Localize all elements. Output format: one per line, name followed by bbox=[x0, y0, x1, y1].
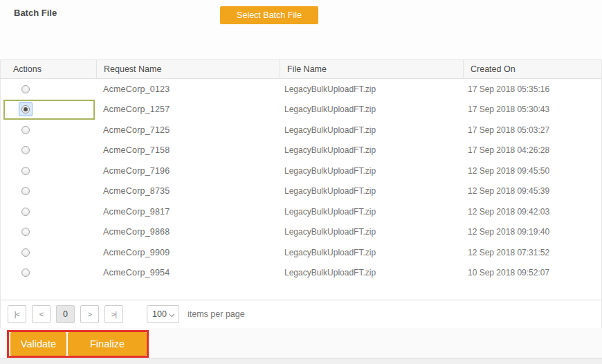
actions-cell bbox=[1, 120, 96, 140]
radio-area bbox=[1, 201, 96, 222]
next-page-button[interactable]: > bbox=[80, 305, 99, 323]
radio-button[interactable] bbox=[21, 228, 30, 236]
created-on-cell: 12 Sep 2018 09:45:50 bbox=[463, 161, 601, 181]
radio-area bbox=[1, 242, 96, 263]
table-row: AcmeCorp_9909LegacyBulkUploadFT.zip12 Se… bbox=[1, 242, 601, 263]
radio-area bbox=[1, 181, 96, 202]
created-on-cell: 12 Sep 2018 09:42:03 bbox=[463, 201, 601, 222]
radio-area bbox=[1, 263, 96, 284]
items-per-page-value: 100 bbox=[147, 309, 167, 319]
batch-file-page: Batch File Select Batch File Actions Req… bbox=[0, 0, 602, 364]
first-page-button[interactable]: |< bbox=[8, 305, 26, 323]
column-header-request-name: Request Name bbox=[96, 60, 280, 78]
finalize-button[interactable]: Finalize bbox=[68, 332, 147, 356]
column-header-actions: Actions bbox=[1, 60, 96, 78]
file-name-cell: LegacyBulkUploadFT.zip bbox=[280, 120, 463, 140]
next-page-icon: > bbox=[88, 310, 91, 318]
batch-file-label: Batch File bbox=[14, 8, 57, 18]
table-row: AcmeCorp_9954LegacyBulkUploadFT.zip10 Se… bbox=[1, 263, 601, 284]
request-name-cell: AcmeCorp_8735 bbox=[96, 181, 280, 202]
radio-button[interactable] bbox=[21, 248, 30, 257]
radio-area bbox=[1, 222, 96, 243]
file-name-cell: LegacyBulkUploadFT.zip bbox=[280, 140, 463, 161]
created-on-cell: 10 Sep 2018 09:52:07 bbox=[463, 263, 601, 284]
radio-button[interactable] bbox=[21, 146, 30, 154]
first-page-icon: |< bbox=[15, 310, 19, 318]
table-row: AcmeCorp_8735LegacyBulkUploadFT.zip12 Se… bbox=[1, 181, 601, 202]
table-row: AcmeCorp_0123LegacyBulkUploadFT.zip17 Se… bbox=[1, 79, 601, 100]
file-name-cell: LegacyBulkUploadFT.zip bbox=[280, 242, 463, 263]
last-page-button[interactable]: >| bbox=[104, 305, 123, 323]
table-row: AcmeCorp_9868LegacyBulkUploadFT.zip12 Se… bbox=[1, 222, 601, 243]
prev-page-icon: < bbox=[39, 310, 43, 318]
radio-button-selected[interactable] bbox=[21, 105, 30, 113]
request-name-cell: AcmeCorp_9909 bbox=[96, 242, 280, 263]
created-on-cell: 12 Sep 2018 09:45:39 bbox=[463, 181, 601, 202]
radio-button[interactable] bbox=[21, 167, 30, 175]
last-page-icon: >| bbox=[111, 310, 116, 318]
top-section: Batch File Select Batch File bbox=[0, 0, 602, 60]
column-header-created-on: Created On bbox=[463, 60, 601, 78]
grid-body: AcmeCorp_0123LegacyBulkUploadFT.zip17 Se… bbox=[1, 79, 601, 299]
table-row: AcmeCorp_9817LegacyBulkUploadFT.zip12 Se… bbox=[1, 201, 601, 222]
table-row: AcmeCorp_7158LegacyBulkUploadFT.zip17 Se… bbox=[1, 140, 601, 161]
request-name-cell: AcmeCorp_7125 bbox=[96, 120, 280, 140]
request-name-cell: AcmeCorp_7158 bbox=[96, 140, 280, 161]
chevron-down-icon bbox=[169, 311, 174, 317]
actions-cell bbox=[1, 100, 96, 120]
created-on-cell: 17 Sep 2018 05:35:16 bbox=[463, 79, 601, 100]
radio-area bbox=[1, 100, 96, 120]
radio-area bbox=[1, 161, 96, 181]
request-name-cell: AcmeCorp_9868 bbox=[96, 222, 280, 243]
created-on-cell: 12 Sep 2018 09:19:40 bbox=[463, 222, 601, 243]
actions-cell bbox=[1, 201, 96, 222]
actions-cell bbox=[1, 263, 96, 284]
table-row: AcmeCorp_7125LegacyBulkUploadFT.zip17 Se… bbox=[1, 120, 601, 140]
radio-area bbox=[1, 79, 96, 100]
bottom-bar bbox=[0, 358, 602, 364]
actions-cell bbox=[1, 79, 96, 100]
column-header-file-name: File Name bbox=[280, 60, 463, 78]
radio-button[interactable] bbox=[21, 187, 30, 195]
radio-button[interactable] bbox=[21, 126, 30, 134]
file-name-cell: LegacyBulkUploadFT.zip bbox=[280, 79, 463, 100]
file-name-cell: LegacyBulkUploadFT.zip bbox=[280, 161, 463, 181]
radio-button[interactable] bbox=[21, 208, 30, 216]
created-on-cell: 17 Sep 2018 04:26:28 bbox=[463, 140, 601, 161]
radio-focus-highlight bbox=[19, 102, 33, 116]
request-name-cell: AcmeCorp_1257 bbox=[96, 100, 280, 120]
actions-cell bbox=[1, 181, 96, 202]
file-name-cell: LegacyBulkUploadFT.zip bbox=[280, 222, 463, 243]
actions-cell bbox=[1, 242, 96, 263]
requests-grid: Actions Request Name File Name Created O… bbox=[0, 60, 602, 328]
validate-button[interactable]: Validate bbox=[10, 332, 66, 356]
request-name-cell: AcmeCorp_9817 bbox=[96, 201, 280, 222]
actions-cell bbox=[1, 140, 96, 161]
radio-button[interactable] bbox=[21, 85, 30, 93]
pagination-bar: |< < 0 > >| 100 items per page bbox=[0, 300, 602, 328]
request-name-cell: AcmeCorp_0123 bbox=[96, 79, 280, 100]
items-per-page-select[interactable]: 100 bbox=[147, 305, 179, 323]
file-name-cell: LegacyBulkUploadFT.zip bbox=[280, 263, 463, 284]
actions-cell bbox=[1, 161, 96, 181]
request-name-cell: AcmeCorp_9954 bbox=[96, 263, 280, 284]
footer-actions-section: Validate Finalize bbox=[0, 328, 602, 358]
table-row: AcmeCorp_7196LegacyBulkUploadFT.zip12 Se… bbox=[1, 161, 601, 181]
created-on-cell: 17 Sep 2018 05:30:43 bbox=[463, 100, 601, 120]
request-name-cell: AcmeCorp_7196 bbox=[96, 161, 280, 181]
created-on-cell: 12 Sep 2018 07:31:52 bbox=[463, 242, 601, 263]
created-on-cell: 17 Sep 2018 05:03:27 bbox=[463, 120, 601, 140]
current-page-button[interactable]: 0 bbox=[56, 305, 75, 323]
radio-area bbox=[1, 120, 96, 140]
file-name-cell: LegacyBulkUploadFT.zip bbox=[280, 181, 463, 202]
file-name-cell: LegacyBulkUploadFT.zip bbox=[280, 100, 463, 120]
radio-area bbox=[1, 140, 96, 161]
annotation-red-box: Validate Finalize bbox=[7, 330, 149, 358]
previous-page-button[interactable]: < bbox=[32, 305, 51, 323]
grid-header-row: Actions Request Name File Name Created O… bbox=[1, 60, 601, 79]
select-batch-file-button[interactable]: Select Batch File bbox=[220, 6, 318, 24]
radio-button[interactable] bbox=[21, 269, 30, 277]
items-per-page-label: items per page bbox=[188, 309, 245, 319]
file-name-cell: LegacyBulkUploadFT.zip bbox=[280, 201, 463, 222]
actions-cell bbox=[1, 222, 96, 243]
